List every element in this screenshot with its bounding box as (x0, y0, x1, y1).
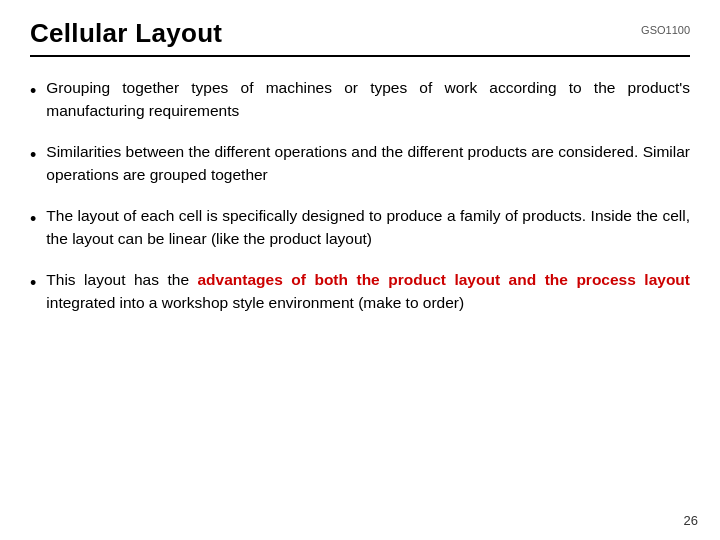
bullet-text-3: The layout of each cell is specifically … (46, 205, 690, 251)
bullet-item-3: • The layout of each cell is specificall… (30, 205, 690, 251)
bullet-item-2: • Similarities between the different ope… (30, 141, 690, 187)
bullet-dot-2: • (30, 142, 36, 168)
bullet-text-1: Grouping together types of machines or t… (46, 77, 690, 123)
bold-red-text: advantages of both the product layout an… (198, 271, 690, 288)
bullet-dot-3: • (30, 206, 36, 232)
slide-header: Cellular Layout GSO1100 (30, 18, 690, 57)
bullet-item-4: • This layout has the advantages of both… (30, 269, 690, 315)
slide-code: GSO1100 (641, 24, 690, 36)
page-number: 26 (684, 513, 698, 528)
bullet-dot-4: • (30, 270, 36, 296)
bullet-text-2: Similarities between the different opera… (46, 141, 690, 187)
bullet-dot-1: • (30, 78, 36, 104)
bullet-text-4: This layout has the advantages of both t… (46, 269, 690, 315)
slide-content: • Grouping together types of machines or… (30, 77, 690, 315)
slide: Cellular Layout GSO1100 • Grouping toget… (0, 0, 720, 540)
slide-title: Cellular Layout (30, 18, 222, 49)
bullet-item-1: • Grouping together types of machines or… (30, 77, 690, 123)
